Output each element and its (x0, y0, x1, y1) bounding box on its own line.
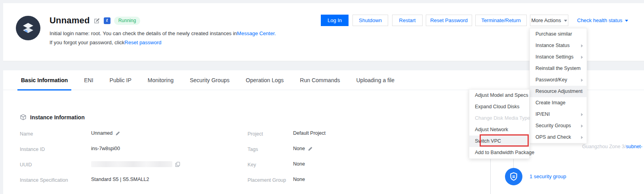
field-value-placement-group: None (293, 177, 305, 182)
menu-item-label: Resource Adjustment (535, 89, 583, 94)
menu-item-label: OPS and Check (535, 134, 571, 140)
topology-connector-line (490, 158, 491, 194)
menu-item-ops-and-check[interactable]: OPS and Check (530, 132, 587, 143)
tab-run-commands[interactable]: Run Commands (300, 70, 340, 90)
field-label-key: Key (248, 162, 256, 168)
menu-item-reinstall-the-system[interactable]: Reinstall the System (530, 63, 587, 74)
more-actions-label: More Actions (531, 17, 561, 23)
section-title-instance-information: Instance Information (30, 114, 85, 121)
instance-name-title: Unnamed (50, 15, 90, 26)
log-in-button[interactable]: Log In (321, 15, 349, 26)
menu-item-label: Password/Key (535, 77, 567, 83)
field-value-uuid (91, 161, 180, 167)
redacted-uuid-block (91, 161, 172, 167)
menu-item-purchase-similar[interactable]: Purchase similar (530, 28, 587, 40)
tags-value-text: None (293, 146, 305, 151)
field-value-tags: None (293, 146, 313, 151)
tag-icon[interactable]: t (104, 17, 111, 24)
more-actions-menu: Purchase similar Instance Status Instanc… (530, 28, 587, 143)
reset-password-button[interactable]: Reset Password (426, 15, 472, 26)
zone-text: Guangzhou Zone 3/ (582, 144, 626, 149)
shutdown-button[interactable]: Shutdown (352, 15, 388, 26)
field-value-name: Unnamed (91, 130, 120, 136)
status-badge: Running (114, 17, 141, 25)
instance-info-icon (20, 114, 27, 121)
submenu-arrow-icon (581, 124, 583, 128)
submenu-item-expand-cloud-disks[interactable]: Expand Cloud Disks (469, 101, 529, 113)
tab-operation-logs[interactable]: Operation Logs (246, 70, 284, 90)
submenu-item-adjust-network[interactable]: Adjust Network (469, 124, 529, 136)
field-label-tags: Tags (248, 147, 258, 152)
submenu-item-adjust-model-and-specs[interactable]: Adjust Model and Specs (469, 90, 529, 101)
edit-icon[interactable] (308, 146, 313, 151)
field-value-project: Default Project (293, 130, 326, 136)
submenu-item-change-disk-media-type: Change Disk Media Type (469, 113, 529, 124)
field-label-instance-id: Instance ID (20, 147, 45, 152)
topology-connector-line (513, 158, 514, 168)
menu-item-instance-settings[interactable]: Instance Settings (530, 51, 587, 63)
tab-monitoring[interactable]: Monitoring (148, 70, 173, 90)
check-health-label: Check health status (577, 17, 622, 23)
tab-basic-information[interactable]: Basic Information (21, 70, 68, 90)
submenu-item-add-to-bandwidth-package[interactable]: Add to Bandwidth Package (469, 147, 529, 158)
caret-down-icon (564, 20, 567, 22)
submenu-arrow-icon (581, 44, 583, 47)
field-label-placement-group: Placement Group (248, 177, 286, 183)
menu-item-label: Instance Status (535, 43, 570, 48)
login-hint-line1: Initial login name: root. You can check … (50, 30, 237, 36)
menu-item-instance-status[interactable]: Instance Status (530, 40, 587, 51)
field-value-instance-id: ins-7w8spi00 (91, 146, 120, 151)
field-value-key: None (293, 161, 305, 167)
field-label-instance-specification: Instance Specification (20, 177, 68, 183)
menu-item-label: Instance Settings (535, 54, 574, 60)
menu-item-security-groups[interactable]: Security Groups (530, 120, 587, 132)
terminate-return-button[interactable]: Terminate/Return (475, 15, 527, 26)
menu-item-resource-adjustment[interactable]: Resource Adjustment (530, 86, 587, 97)
submenu-arrow-icon (581, 79, 583, 82)
security-group-link[interactable]: 1 security group (530, 173, 566, 179)
password-hint-text: If you forgot your password, clickReset … (50, 40, 162, 45)
copy-icon[interactable] (175, 162, 180, 167)
name-value-text: Unnamed (91, 130, 112, 136)
tab-uploading-a-file[interactable]: Uploading a file (356, 70, 394, 90)
submenu-arrow-icon (581, 90, 583, 93)
resource-adjustment-submenu: Adjust Model and Specs Expand Cloud Disk… (469, 89, 530, 159)
instance-avatar (16, 16, 40, 40)
password-hint-line2: If you forgot your password, click (50, 40, 124, 45)
submenu-arrow-icon (581, 56, 583, 59)
field-label-name: Name (20, 131, 33, 137)
submenu-arrow-icon (581, 136, 583, 139)
menu-item-create-image[interactable]: Create Image (530, 97, 587, 109)
submenu-arrow-icon (581, 113, 583, 116)
edit-icon[interactable] (115, 131, 120, 136)
security-group-node[interactable] (505, 168, 522, 185)
menu-item-label: IP/ENI (535, 111, 550, 117)
caret-down-icon (625, 20, 628, 22)
submenu-item-switch-vpc[interactable]: Switch VPC (469, 136, 529, 147)
menu-item-ip-eni[interactable]: IP/ENI (530, 109, 587, 120)
zone-subnet-text: Guangzhou Zone 3/subnet- (582, 144, 642, 149)
field-value-instance-specification: Standard S5 | S5.SMALL2 (91, 177, 149, 182)
message-center-link[interactable]: Message Center. (237, 30, 276, 36)
subnet-link[interactable]: subnet- (626, 144, 642, 149)
tab-public-ip[interactable]: Public IP (110, 70, 131, 90)
restart-button[interactable]: Restart (392, 15, 423, 26)
field-label-uuid: UUID (20, 162, 32, 168)
menu-item-password-key[interactable]: Password/Key (530, 74, 587, 86)
reset-password-link[interactable]: Reset password (124, 40, 161, 45)
tab-security-groups[interactable]: Security Groups (190, 70, 229, 90)
tab-eni[interactable]: ENI (84, 70, 93, 90)
login-hint-text: Initial login name: root. You can check … (50, 30, 276, 36)
shield-icon (509, 171, 519, 182)
field-label-project: Project (248, 131, 263, 137)
check-health-status-link[interactable]: Check health status (577, 17, 628, 23)
edit-name-icon[interactable] (93, 17, 100, 24)
cube-stack-icon (21, 21, 35, 35)
more-actions-button[interactable]: More Actions (530, 15, 568, 26)
menu-item-label: Security Groups (535, 123, 571, 128)
